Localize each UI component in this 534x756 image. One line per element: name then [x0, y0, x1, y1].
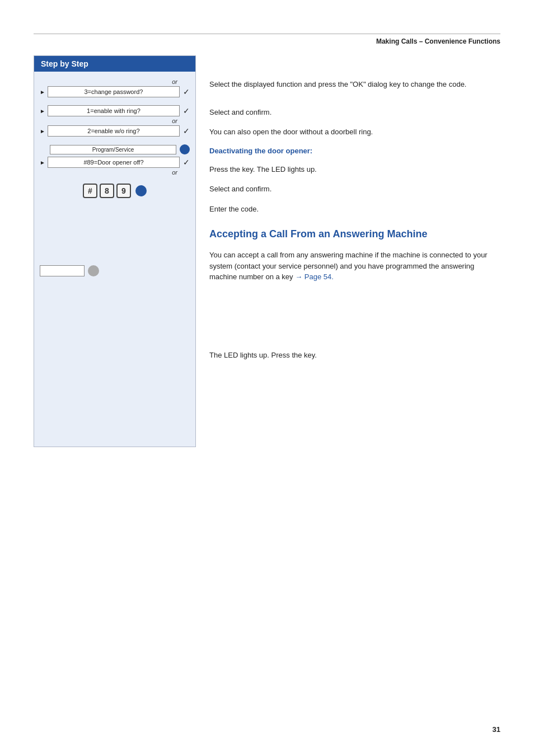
am-key-row: [40, 265, 190, 276]
hash-key-icon[interactable]: #: [83, 184, 97, 198]
step-check-enable-wo-ring: ✓: [183, 126, 190, 135]
am-key-circle: [88, 265, 99, 276]
step-check-enable-ring: ✓: [183, 106, 190, 115]
icon-row: # 8 9: [40, 184, 190, 198]
page-number: 31: [493, 725, 500, 734]
step-arrow-door-opener: ►: [40, 159, 45, 166]
press-key-led-text: Press the key. The LED lights up.: [209, 164, 500, 175]
step-button-change-password[interactable]: 3=change password?: [48, 86, 180, 97]
step-button-door-opener[interactable]: #89=Door opener off?: [48, 157, 180, 168]
step-by-step-body: or ► 3=change password? ✓ ►: [34, 72, 195, 283]
step-by-step-box: Step by Step or ► 3=change password? ✓: [34, 55, 196, 447]
key-circle: [135, 185, 147, 196]
step-button-enable-ring[interactable]: 1=enable with ring?: [48, 105, 180, 116]
step-row-enable-ring: ► 1=enable with ring? ✓ or: [40, 105, 190, 124]
step-by-step-header: Step by Step: [34, 56, 195, 72]
right-section-also-open: You can also open the door without a doo…: [209, 126, 500, 138]
program-service-row: Program/Service: [40, 144, 190, 154]
accepting-desc-text: You can accept a call from any answering…: [209, 250, 500, 283]
step-item-change-password: ► 3=change password? ✓: [40, 86, 190, 97]
step-item-door-opener: ► #89=Door opener off? ✓: [40, 157, 190, 168]
enter-code-text: Enter the code.: [209, 204, 500, 215]
right-section-accepting-desc: You can accept a call from any answering…: [209, 250, 500, 283]
right-section-led-lights: The LED lights up. Press the key.: [209, 350, 500, 361]
select-confirm-1-text: Select and confirm.: [209, 107, 500, 118]
arrow-page-link: → Page 54.: [295, 273, 334, 281]
step-check-change-password: ✓: [183, 87, 190, 96]
step-row-door-opener: ► #89=Door opener off? ✓ or: [40, 157, 190, 176]
change-password-desc: Select the displayed function and press …: [209, 79, 500, 90]
header-rule: [34, 34, 500, 34]
eight-key-icon[interactable]: 8: [100, 184, 114, 198]
step-or-change-password: or: [40, 78, 177, 85]
left-column: Step by Step or ► 3=change password? ✓: [34, 55, 196, 447]
right-section-change-password: Select the displayed function and press …: [209, 79, 500, 90]
main-layout: Step by Step or ► 3=change password? ✓: [34, 55, 500, 447]
right-section-select-confirm-2: Select and confirm.: [209, 184, 500, 195]
step-item-enable-ring: ► 1=enable with ring? ✓: [40, 105, 190, 116]
page-container: Making Calls – Convenience Functions Ste…: [0, 0, 534, 756]
select-confirm-2-text: Select and confirm.: [209, 184, 500, 195]
step-check-door-opener: ✓: [183, 158, 190, 167]
right-section-select-confirm-1: Select and confirm.: [209, 107, 500, 118]
accepting-heading: Accepting a Call From an Answering Machi…: [209, 228, 500, 241]
step-button-enable-wo-ring[interactable]: 2=enable w/o ring?: [48, 125, 180, 137]
right-section-deactivating: Deactivating the door opener:: [209, 147, 500, 155]
also-open-door-text: You can also open the door without a doo…: [209, 126, 500, 138]
step-or-enable-ring: or: [40, 118, 177, 124]
nine-key-icon[interactable]: 9: [116, 184, 131, 198]
deactivating-title: Deactivating the door opener:: [209, 147, 500, 155]
right-column: Select the displayed function and press …: [209, 55, 500, 369]
right-section-accepting-heading: Accepting a Call From an Answering Machi…: [209, 228, 500, 241]
program-service-button[interactable]: Program/Service: [50, 145, 176, 154]
led-lights-text: The LED lights up. Press the key.: [209, 350, 500, 361]
right-section-enter-code: Enter the code.: [209, 204, 500, 215]
step-by-step-title: Step by Step: [41, 59, 88, 68]
step-row-enable-wo-ring: ► 2=enable w/o ring? ✓: [40, 125, 190, 137]
header-title: Making Calls – Convenience Functions: [34, 37, 500, 45]
right-section-press-led: Press the key. The LED lights up.: [209, 164, 500, 175]
step-row-change-password: or ► 3=change password? ✓: [40, 78, 190, 97]
step-or-door-opener: or: [40, 169, 177, 176]
step-arrow-enable-ring: ►: [40, 108, 45, 114]
step-arrow-enable-wo-ring: ►: [40, 128, 45, 134]
am-key-button[interactable]: [40, 265, 85, 276]
step-item-enable-wo-ring: ► 2=enable w/o ring? ✓: [40, 125, 190, 137]
program-service-circle: [180, 144, 190, 154]
am-key-area: [40, 265, 190, 276]
step-arrow-change-password: ►: [40, 89, 45, 95]
